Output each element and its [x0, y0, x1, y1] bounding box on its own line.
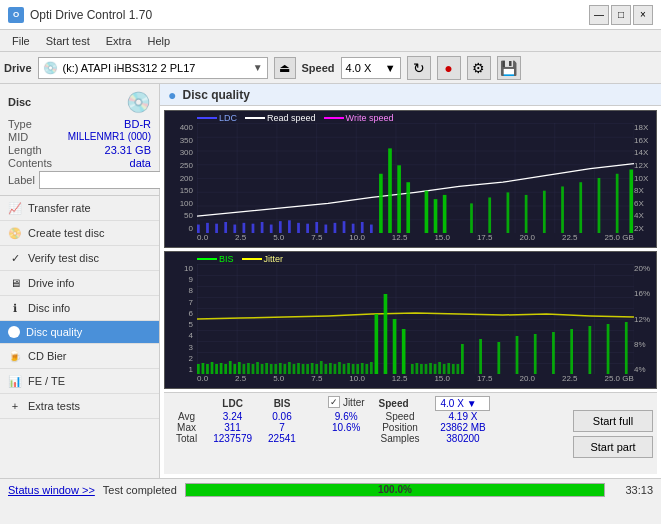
x2-10.0: 10.0 [349, 374, 365, 388]
status-text: Test completed [103, 484, 177, 496]
svg-rect-61 [570, 329, 573, 374]
x-label-20.0: 20.0 [519, 233, 535, 247]
svg-rect-44 [211, 362, 214, 374]
svg-rect-101 [443, 364, 446, 374]
sidebar-item-cd-bier[interactable]: 🍺 CD Bier [0, 344, 159, 369]
stats-header-speed: Speed [373, 396, 428, 411]
disc-contents-value: data [130, 157, 151, 169]
eject-button[interactable]: ⏏ [274, 57, 296, 79]
stats-avg-row: Avg 3.24 0.06 9.6% Speed 4.19 X [168, 411, 498, 422]
speed-selector[interactable]: 4.0 X ▼ [341, 57, 401, 79]
sidebar-item-drive-info[interactable]: 🖥 Drive info [0, 271, 159, 296]
sidebar-item-verify-test-disc-label: Verify test disc [28, 252, 99, 264]
speed-dropdown-arrow: ▼ [467, 398, 477, 409]
svg-rect-41 [197, 364, 200, 374]
sidebar-item-disc-quality[interactable]: Disc quality [0, 321, 159, 344]
start-part-button[interactable]: Start part [573, 436, 653, 458]
fe-te-icon: 📊 [8, 374, 22, 388]
menu-file[interactable]: File [4, 33, 38, 49]
disc-label-input[interactable] [39, 171, 172, 189]
disc-button[interactable]: ● [437, 56, 461, 80]
y-label-300: 300 [165, 148, 195, 157]
svg-rect-62 [588, 326, 591, 374]
sidebar-item-fe-te[interactable]: 📊 FE / TE [0, 369, 159, 394]
svg-rect-43 [206, 364, 209, 374]
jitter-checkbox[interactable]: ✓ [328, 396, 340, 408]
sidebar-item-disc-info[interactable]: ℹ Disc info [0, 296, 159, 321]
disc-quality-icon [8, 326, 20, 338]
sidebar-item-create-test-disc[interactable]: 📀 Create test disc [0, 221, 159, 246]
max-jitter: 10.6% [320, 422, 373, 433]
chart1-legend: LDC Read speed Write speed [197, 113, 393, 123]
refresh-button[interactable]: ↻ [407, 56, 431, 80]
save-button[interactable]: 💾 [497, 56, 521, 80]
content-header-icon: ● [168, 87, 176, 103]
close-button[interactable]: × [633, 5, 653, 25]
svg-rect-88 [347, 363, 350, 374]
y-label-100: 100 [165, 199, 195, 208]
speed-dropdown-display[interactable]: 4.0 X ▼ [435, 396, 490, 411]
sidebar-item-transfer-rate[interactable]: 📈 Transfer rate [0, 196, 159, 221]
y-right-6x: 6X [634, 199, 656, 208]
disc-contents-label: Contents [8, 157, 52, 169]
status-window-link[interactable]: Status window >> [8, 484, 95, 496]
svg-rect-52 [384, 294, 388, 374]
titlebar-controls[interactable]: — □ × [589, 5, 653, 25]
x-label-5.0: 5.0 [273, 233, 284, 247]
y-right-14x: 14X [634, 148, 656, 157]
samples-label: Samples [373, 433, 428, 444]
disc-mid-value: MILLENMR1 (000) [68, 131, 151, 143]
y-right-4x: 4X [634, 211, 656, 220]
sidebar-item-fe-te-label: FE / TE [28, 375, 65, 387]
y-label-150: 150 [165, 186, 195, 195]
sidebar-item-verify-test-disc[interactable]: ✓ Verify test disc [0, 246, 159, 271]
avg-jitter: 9.6% [320, 411, 373, 422]
svg-rect-9 [261, 222, 264, 233]
max-position-label: Position [373, 422, 428, 433]
start-full-button[interactable]: Start full [573, 410, 653, 432]
y-label-50: 50 [165, 211, 195, 220]
svg-rect-13 [297, 223, 300, 233]
x2-15.0: 15.0 [434, 374, 450, 388]
titlebar-left: O Opti Drive Control 1.70 [8, 7, 152, 23]
verify-test-disc-icon: ✓ [8, 251, 22, 265]
x-label-17.5: 17.5 [477, 233, 493, 247]
max-spacer [304, 422, 320, 433]
sidebar-item-disc-info-label: Disc info [28, 302, 70, 314]
content-title: Disc quality [182, 88, 249, 102]
maximize-button[interactable]: □ [611, 5, 631, 25]
chart2-legend: BIS Jitter [197, 254, 283, 264]
svg-rect-63 [607, 324, 610, 374]
svg-rect-32 [315, 222, 318, 233]
svg-rect-91 [361, 363, 364, 374]
menu-help[interactable]: Help [139, 33, 178, 49]
sidebar-item-extra-tests[interactable]: + Extra tests [0, 394, 159, 419]
drive-selector[interactable]: 💿 (k:) ATAPI iHBS312 2 PL17 ▼ [38, 57, 268, 79]
minimize-button[interactable]: — [589, 5, 609, 25]
drive-info-icon: 🖥 [8, 276, 22, 290]
svg-rect-82 [320, 361, 323, 374]
sidebar-item-cd-bier-label: CD Bier [28, 350, 67, 362]
stats-header-bis: BIS [260, 396, 304, 411]
drive-icon: 💿 [43, 61, 58, 75]
svg-rect-68 [256, 362, 259, 374]
svg-rect-64 [625, 322, 628, 374]
settings-button[interactable]: ⚙ [467, 56, 491, 80]
svg-rect-30 [629, 170, 633, 233]
menu-extra[interactable]: Extra [98, 33, 140, 49]
svg-rect-95 [416, 363, 419, 374]
disc-section: Disc 💿 Type BD-R MID MILLENMR1 (000) Len… [0, 84, 159, 196]
avg-speed-label: Speed [373, 411, 428, 422]
x2-25gb: 25.0 GB [605, 374, 634, 388]
y-label-200: 200 [165, 174, 195, 183]
svg-rect-53 [393, 319, 397, 374]
avg-speed: 4.19 X [427, 411, 498, 422]
svg-rect-85 [334, 364, 337, 374]
y2-8: 8 [165, 286, 195, 295]
svg-rect-89 [352, 364, 355, 374]
y-right-8x: 8X [634, 186, 656, 195]
speed-arrow: ▼ [385, 62, 396, 74]
menu-start-test[interactable]: Start test [38, 33, 98, 49]
svg-rect-21 [470, 203, 473, 233]
disc-mid-label: MID [8, 131, 28, 143]
